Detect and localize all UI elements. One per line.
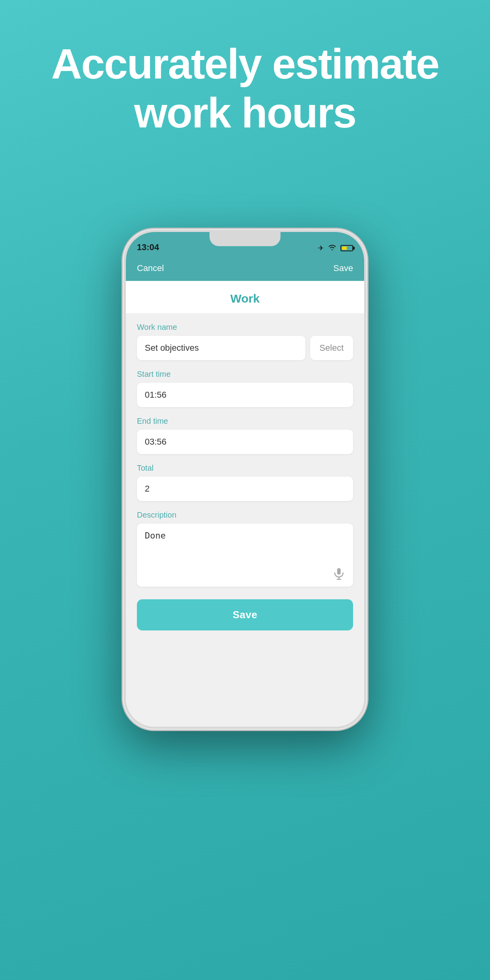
description-label: Description: [137, 511, 353, 520]
end-time-label: End time: [137, 417, 353, 426]
work-name-label: Work name: [137, 323, 353, 332]
start-time-group: Start time: [137, 370, 353, 407]
start-time-label: Start time: [137, 370, 353, 379]
description-group: Description Done: [137, 511, 353, 588]
work-name-group: Work name Select: [137, 323, 353, 360]
content-area: Work Work name Select Start ti: [126, 281, 364, 727]
phone-notch: [209, 232, 281, 246]
end-time-group: End time: [137, 417, 353, 454]
total-input[interactable]: [137, 477, 353, 501]
airplane-icon: ✈: [318, 244, 324, 252]
select-button[interactable]: Select: [310, 336, 353, 360]
save-button[interactable]: Save: [137, 599, 353, 630]
save-button-bar: Save: [137, 599, 353, 630]
end-time-input[interactable]: [137, 430, 353, 454]
cancel-button[interactable]: Cancel: [137, 263, 164, 273]
phone-screen: 13:04 ✈: [126, 232, 364, 727]
battery-icon: [340, 245, 353, 251]
mic-icon: [332, 567, 346, 581]
form-title: Work: [126, 281, 364, 313]
nav-bar: Cancel Save: [126, 256, 364, 281]
phone-mockup: 13:04 ✈: [123, 229, 367, 730]
status-time: 13:04: [137, 242, 159, 252]
work-name-input[interactable]: [137, 336, 305, 360]
status-icons: ✈: [318, 244, 353, 252]
description-input[interactable]: Done: [137, 524, 353, 587]
hero-title: Accurately estimate work hours: [0, 0, 490, 161]
total-group: Total: [137, 464, 353, 501]
work-name-row: Select: [137, 336, 353, 360]
total-label: Total: [137, 464, 353, 473]
description-wrapper: Done: [137, 524, 353, 588]
nav-save-button[interactable]: Save: [333, 263, 353, 273]
wifi-icon: [328, 244, 337, 252]
phone-frame: 13:04 ✈: [123, 229, 367, 730]
start-time-input[interactable]: [137, 383, 353, 407]
form-body: Work name Select Start time: [126, 323, 364, 630]
svg-rect-0: [337, 568, 341, 575]
